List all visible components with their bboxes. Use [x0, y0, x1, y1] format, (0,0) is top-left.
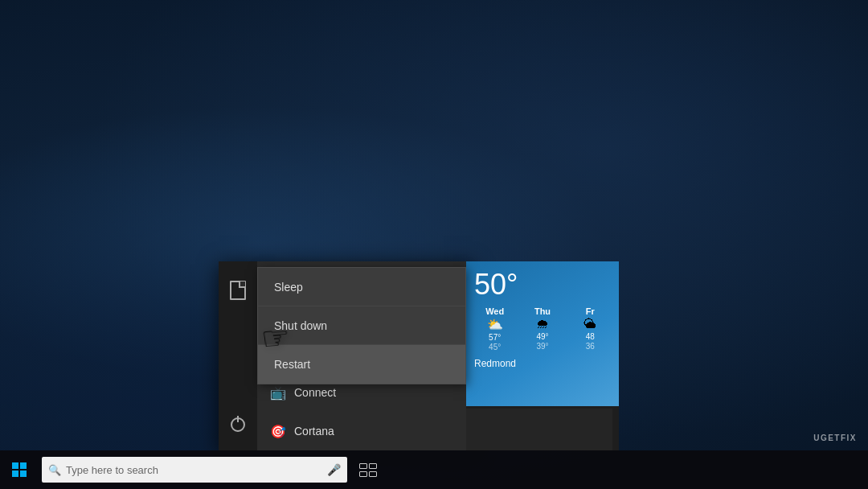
weather-tile[interactable]: 50° Wed ⛅ 57° 45° Thu 🌧 49° 39° Fr 🌥 48	[466, 261, 619, 406]
wed-hi: 57°	[489, 333, 501, 342]
sleep-label: Sleep	[274, 281, 303, 294]
restart-label: Restart	[274, 358, 310, 371]
start-menu-items: 📺 Connect 🎯 Cortana	[257, 373, 466, 450]
documents-icon-btn[interactable]	[219, 271, 257, 310]
fri-hi: 48	[586, 332, 595, 341]
start-button[interactable]	[0, 450, 39, 489]
power-icon	[231, 417, 245, 432]
search-icon: 🔍	[48, 464, 61, 476]
fri-name: Fr	[586, 306, 595, 316]
weather-days-row: Wed ⛅ 57° 45° Thu 🌧 49° 39° Fr 🌥 48 36	[466, 302, 619, 356]
wed-lo: 45°	[489, 343, 501, 351]
shutdown-label: Shut down	[274, 319, 327, 332]
windows-logo	[12, 462, 27, 477]
wed-name: Wed	[485, 306, 504, 316]
weather-day-wed: Wed ⛅ 57° 45°	[471, 306, 518, 351]
search-bar[interactable]: 🔍 Type here to search 🎤	[42, 457, 347, 483]
power-submenu: Sleep Shut down Restart	[257, 267, 466, 384]
connect-label: Connect	[294, 386, 336, 399]
mic-icon[interactable]: 🎤	[327, 463, 341, 476]
sleep-option[interactable]: Sleep	[258, 268, 465, 306]
fri-icon: 🌥	[583, 317, 596, 331]
cortana-item[interactable]: 🎯 Cortana	[257, 412, 466, 450]
shutdown-option[interactable]: Shut down	[258, 306, 465, 345]
cortana-icon: 🎯	[270, 424, 286, 439]
start-sidebar	[219, 261, 257, 450]
thu-name: Thu	[534, 306, 551, 316]
wed-icon: ⛅	[487, 317, 503, 332]
thu-lo: 39°	[536, 342, 548, 351]
watermark: UGETFIX	[813, 434, 857, 442]
weather-location: Redmond	[466, 356, 619, 371]
fri-lo: 36	[586, 342, 595, 351]
task-view-button[interactable]	[350, 450, 386, 489]
thu-icon: 🌧	[536, 317, 549, 331]
weather-temperature: 50°	[466, 261, 619, 302]
search-placeholder-text: Type here to search	[66, 464, 322, 476]
connect-icon: 📺	[270, 385, 286, 401]
restart-option[interactable]: Restart	[258, 345, 465, 384]
thu-hi: 49°	[536, 332, 548, 341]
power-icon-btn[interactable]	[219, 405, 257, 444]
task-view-icon	[359, 463, 377, 477]
documents-icon	[230, 281, 246, 300]
weather-day-thu: Thu 🌧 49° 39°	[518, 306, 566, 351]
weather-day-fri: Fr 🌥 48 36	[567, 306, 614, 351]
taskbar: 🔍 Type here to search 🎤	[0, 450, 868, 489]
cortana-label: Cortana	[294, 425, 334, 438]
